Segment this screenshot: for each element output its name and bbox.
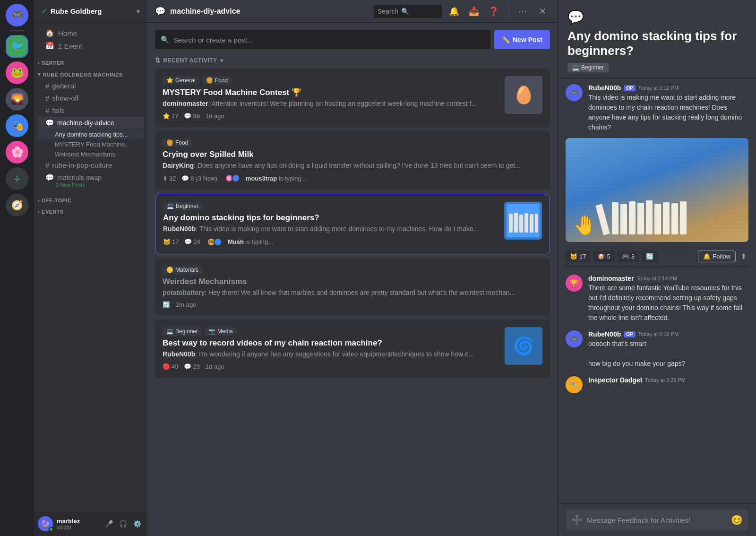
category-off-topic-label: OFF-TOPIC: [42, 198, 71, 203]
msg3-body: RubeN00b OP Today at 2:16 PM oooooh that…: [588, 330, 748, 369]
server-icon-add[interactable]: +: [6, 167, 28, 190]
reaction-refresh[interactable]: 🔄: [642, 251, 658, 262]
msg2-author: dominomaster: [588, 275, 634, 282]
server-icon-3[interactable]: 🌄: [6, 88, 28, 111]
post-item-5[interactable]: 💻Beginner 📷Media Best way to record vide…: [155, 320, 550, 378]
server-icon-2[interactable]: 🐸: [6, 61, 28, 84]
tag-media[interactable]: 📷Media: [205, 327, 237, 336]
help-button[interactable]: ❓: [486, 4, 501, 19]
sidebar-item-pop-culture[interactable]: # rube-in-pop-culture: [38, 159, 144, 171]
user-area: 🔮 marblez #0000 🎤 🎧 ⚙️: [34, 511, 147, 536]
op-tag-1: OP: [624, 85, 635, 91]
message-input[interactable]: ➕ Message Feedback for Activities! 😊: [566, 510, 748, 530]
reaction-game[interactable]: 🎮 3: [618, 251, 639, 262]
post-3-tags: 💻Beginner: [163, 202, 498, 210]
hash-icon: #: [45, 82, 49, 90]
tag-beginner-2[interactable]: 💻Beginner: [163, 327, 202, 336]
post-5-title: Best way to record videos of my chain re…: [163, 338, 499, 348]
post-2-meta: ⬆ 32 💬 8 (3 New) 🌸 ⋯ mous3trap is typing…: [163, 174, 542, 182]
settings-button[interactable]: ⚙️: [130, 517, 144, 530]
search-icon: 🔍: [401, 8, 409, 15]
category-rgm[interactable]: ▾ RUBE GOLDBERG MACHINES: [34, 68, 147, 79]
thread-image: 🤚: [566, 138, 748, 242]
server-icon-discover[interactable]: 🧭: [6, 194, 28, 216]
sub-channel-weirdest[interactable]: Weirdest Mechanisms: [38, 149, 144, 159]
message-item-2: 🏆 dominomaster Today at 2:14 PM There ar…: [566, 271, 748, 327]
post-1-thumbnail: 🥚: [505, 76, 542, 114]
tag-beginner[interactable]: 💻Beginner: [163, 202, 202, 210]
badge-emoji: 💻: [572, 64, 579, 71]
new-post-button[interactable]: ✏️ New Post: [494, 30, 550, 49]
recent-activity-chevron: ▾: [220, 57, 223, 64]
follow-button[interactable]: 🔔 Follow: [698, 251, 736, 262]
server-icon-discord[interactable]: 🎮: [6, 4, 28, 26]
sidebar-item-fails[interactable]: # fails: [38, 104, 144, 116]
reaction-dog[interactable]: 🐶 5: [593, 251, 614, 262]
post-item-1[interactable]: ⭐General 🍔Food MYSTERY Food Machine Cont…: [155, 69, 550, 127]
tag-food-2[interactable]: 🍔Food: [163, 138, 192, 147]
svg-rect-0: [509, 214, 513, 233]
sub-channel-domino[interactable]: Any domino stacking tips...: [38, 130, 144, 139]
home-icon: 🏠: [45, 29, 54, 37]
sidebar-item-show-off[interactable]: # show-off: [38, 92, 144, 104]
input-placeholder: Message Feedback for Activities!: [587, 516, 727, 524]
category-off-topic[interactable]: › OFF-TOPIC: [34, 190, 147, 205]
channel-diy-label: machine-diy-advice: [57, 119, 114, 127]
main-content: 💬 machine-diy-advice Search 🔍 🔔 📥 ❓ ⋯ ✕ …: [147, 0, 558, 536]
sidebar-item-general[interactable]: # general: [38, 80, 144, 92]
close-button[interactable]: ✕: [535, 4, 550, 19]
sidebar-events-label: 1 Event: [58, 42, 82, 50]
post-4-preview: potatobattery: Hey there! We all know th…: [163, 288, 542, 298]
post-5-author: RubeN00b: [163, 350, 195, 358]
server-icon-5[interactable]: 🌸: [6, 141, 28, 164]
post-1-title: MYSTERY Food Machine Contest 🏆: [163, 87, 499, 97]
add-attachment-icon[interactable]: ➕: [571, 514, 583, 526]
sidebar-item-machine-diy[interactable]: 💬 machine-diy-advice: [38, 117, 144, 129]
mic-button[interactable]: 🎤: [102, 517, 115, 530]
forum-search-input[interactable]: 🔍 Search or create a post...: [155, 30, 490, 49]
more-options-button[interactable]: ⋯: [515, 4, 530, 19]
server-icon-1[interactable]: 🐦: [6, 35, 28, 58]
follow-label: Follow: [713, 253, 730, 260]
category-server[interactable]: › SERVER: [34, 52, 147, 68]
user-discriminator: #0000: [57, 525, 98, 530]
msg3-text: oooooh that's smarthow big do you make y…: [588, 339, 748, 369]
msg4-avatar: 🔧: [566, 376, 583, 393]
server-header[interactable]: ✓ Rube Goldberg ▾: [34, 0, 147, 23]
inbox-button[interactable]: 📥: [466, 4, 481, 19]
sidebar-item-home[interactable]: 🏠 Home: [38, 27, 144, 39]
tag-materials[interactable]: 🪙Materials: [163, 266, 202, 274]
search-bar[interactable]: Search 🔍: [374, 5, 442, 18]
new-post-label: New Post: [513, 36, 542, 43]
emoji-icon[interactable]: 😊: [731, 514, 743, 526]
sidebar-item-events[interactable]: 📅 1 Event: [38, 40, 144, 52]
server-header-chevron: ▾: [137, 8, 140, 15]
tag-general[interactable]: ⭐General: [163, 76, 199, 85]
post-item-4[interactable]: 🪙Materials Weirdest Mechanisms potatobat…: [155, 258, 550, 316]
share-button[interactable]: ⬆: [739, 250, 748, 263]
thread-reactions: 🐱 17 🐶 5 🎮 3 🔄 🔔 Follow ⬆: [566, 246, 748, 267]
notifications-button[interactable]: 🔔: [447, 4, 462, 19]
post-1-author: dominomaster: [163, 100, 208, 107]
headphone-button[interactable]: 🎧: [116, 517, 129, 530]
server-icon-4[interactable]: 🎭: [6, 114, 28, 137]
tag-food[interactable]: 🍔Food: [202, 76, 232, 85]
post-5-thumbnail: 🌀: [505, 327, 542, 365]
channel-fails-label: fails: [52, 106, 65, 114]
post-item-3[interactable]: 💻Beginner Any domino stacking tips for b…: [155, 194, 550, 254]
post-item-2[interactable]: 🍔Food Crying over Spilled Milk DairyKing…: [155, 131, 550, 190]
sub-channel-mystery[interactable]: MYSTERY Food Machine...: [38, 139, 144, 149]
sidebar-home-label: Home: [58, 29, 77, 37]
msg1-body: RubeN00b OP Today at 2:12 PM This video …: [588, 84, 748, 132]
msg3-author: RubeN00b: [588, 330, 621, 338]
reaction-cat[interactable]: 🐱 17: [566, 251, 590, 262]
hash-icon-3: #: [45, 106, 49, 114]
post-3-content: 💻Beginner Any domino stacking tips for b…: [163, 202, 498, 246]
post-5-preview: RubeN00b: I'm wondering if anyone has an…: [163, 350, 499, 359]
sidebar-item-materials-swap[interactable]: 💬 materials-swap 2 New Posts: [38, 172, 144, 190]
category-events[interactable]: › EVENTS: [34, 205, 147, 216]
forum-content: 🔍 Search or create a post... ✏️ New Post…: [147, 23, 558, 536]
right-panel-icon: 💬: [567, 9, 747, 25]
recent-activity-header[interactable]: ⇅ RECENT ACTIVITY ▾: [155, 55, 550, 69]
events-icon: 📅: [45, 42, 54, 50]
